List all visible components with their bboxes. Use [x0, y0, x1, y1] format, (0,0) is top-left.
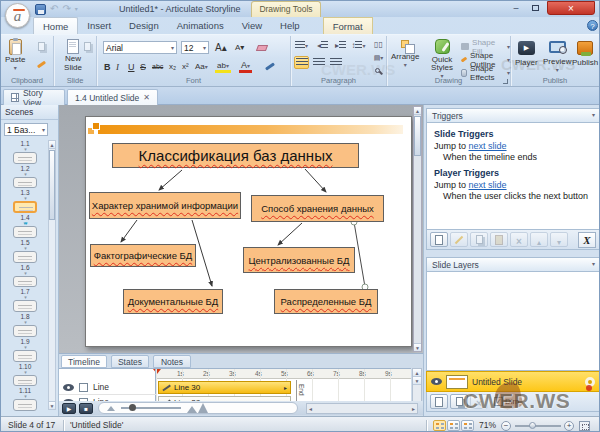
- slide-thumbnail[interactable]: [13, 276, 37, 288]
- player-button[interactable]: ▶ Player: [515, 41, 538, 67]
- ribbon-tab-animations[interactable]: Animations: [168, 17, 233, 34]
- ribbon-tab-view[interactable]: View: [233, 17, 271, 34]
- scrollbar-thumb[interactable]: [414, 116, 421, 156]
- preview-toggle[interactable]: [461, 420, 474, 431]
- slide-view-toggle[interactable]: [447, 420, 460, 431]
- zoom-in-icon[interactable]: [187, 403, 208, 413]
- shape-box-left[interactable]: Характер хранимой информации: [89, 192, 241, 219]
- selected-connector-line[interactable]: [354, 222, 365, 287]
- font-family-select[interactable]: Arial▾: [103, 41, 177, 54]
- help-icon[interactable]: ?: [587, 20, 598, 31]
- story-view-toggle[interactable]: [433, 420, 446, 431]
- eye-icon[interactable]: [431, 378, 442, 385]
- ribbon-tab-format[interactable]: Format: [323, 17, 373, 34]
- publish-button[interactable]: Publish: [572, 41, 598, 67]
- paste-trigger-button[interactable]: [490, 232, 508, 247]
- connector-line[interactable]: [305, 169, 326, 192]
- line-spacing-icon[interactable]: ↕▾: [351, 39, 366, 52]
- scroll-left-icon[interactable]: ◂: [309, 405, 312, 412]
- timeline-tab-timeline[interactable]: Timeline: [61, 355, 107, 368]
- zoom-in-button[interactable]: +: [564, 421, 574, 431]
- zoom-slider-knob[interactable]: [529, 422, 536, 429]
- zoom-slider[interactable]: [121, 407, 181, 409]
- increase-indent-icon[interactable]: ▸: [333, 39, 348, 52]
- redo-icon[interactable]: ↷: [62, 4, 70, 14]
- scroll-right-icon[interactable]: ▸: [412, 405, 415, 412]
- visibility-checkbox[interactable]: [79, 383, 88, 392]
- new-layer-button[interactable]: [430, 394, 448, 409]
- add-trigger-button[interactable]: [430, 232, 448, 247]
- shape-box-doc[interactable]: Документальные БД: [123, 289, 223, 314]
- delete-layer-button[interactable]: [470, 394, 488, 409]
- maximize-button[interactable]: [526, 1, 544, 15]
- zoom-out-button[interactable]: −: [501, 421, 511, 431]
- chevron-down-icon[interactable]: ▾: [24, 271, 26, 276]
- font-size-select[interactable]: 12▾: [181, 41, 209, 54]
- format-painter-icon[interactable]: [34, 58, 49, 71]
- slide-thumbnail[interactable]: [13, 300, 37, 312]
- scenes-scrollbar[interactable]: ▲ ▼: [48, 140, 56, 410]
- bold-button[interactable]: B: [102, 60, 113, 73]
- zoom-slider[interactable]: [515, 425, 561, 427]
- minimize-button[interactable]: –: [507, 1, 525, 15]
- tab-story-view[interactable]: Story View: [3, 89, 65, 105]
- slide-layers-panel-header[interactable]: Slide Layers▾: [426, 257, 600, 272]
- shape-box-distrib[interactable]: Распределенные БД: [274, 289, 378, 314]
- scroll-up-icon[interactable]: ▲: [413, 369, 421, 377]
- close-button[interactable]: ×: [547, 1, 595, 15]
- chevron-down-icon[interactable]: ▾: [24, 370, 26, 375]
- timeline-vertical-scrollbar[interactable]: ▲ ▼: [412, 368, 422, 402]
- bar-handle-icon[interactable]: ▸: [284, 384, 287, 391]
- close-tab-icon[interactable]: ✕: [143, 93, 150, 102]
- font-color-button[interactable]: A▾: [239, 60, 252, 73]
- edit-trigger-button[interactable]: [450, 232, 468, 247]
- align-right-button[interactable]: [328, 56, 343, 69]
- duplicate-slide-icon[interactable]: [80, 40, 95, 53]
- slide-thumbnail[interactable]: [13, 375, 37, 387]
- slide-thumbnail[interactable]: [13, 251, 37, 263]
- move-up-button[interactable]: [530, 232, 548, 247]
- preview-button[interactable]: Preview ▾: [543, 41, 571, 73]
- slide-thumbnail[interactable]: [13, 201, 37, 213]
- next-slide-link[interactable]: next slide: [469, 141, 507, 151]
- fit-to-window-button[interactable]: [579, 421, 590, 431]
- timeline-bar[interactable]: Line 30▸: [158, 381, 291, 394]
- ribbon-tab-design[interactable]: Design: [120, 17, 168, 34]
- subscript-button[interactable]: x₂: [167, 60, 178, 73]
- scroll-down-icon[interactable]: ▼: [49, 401, 55, 409]
- chevron-down-icon[interactable]: ▾: [592, 260, 595, 271]
- ribbon-tab-home[interactable]: Home: [33, 17, 78, 34]
- scene-select[interactable]: 1 Баз...▾: [4, 123, 48, 136]
- connector-line[interactable]: [159, 170, 182, 190]
- zoom-slider-knob[interactable]: [129, 404, 136, 411]
- timeline-tab-states[interactable]: States: [111, 355, 149, 368]
- scroll-down-icon[interactable]: ▼: [413, 377, 421, 385]
- delete-trigger-button[interactable]: [510, 232, 528, 247]
- quick-styles-button[interactable]: Quick Styles ▾: [427, 39, 457, 79]
- slide-thumbnail[interactable]: [13, 399, 37, 411]
- app-logo[interactable]: a: [5, 3, 30, 28]
- timeline-horizontal-scrollbar[interactable]: ◂ ▸: [306, 403, 418, 414]
- zoom-out-icon[interactable]: [107, 406, 115, 411]
- undo-icon[interactable]: ↶: [50, 4, 58, 14]
- chevron-down-icon[interactable]: ▾: [592, 111, 595, 122]
- highlight-color-button[interactable]: ab▾: [215, 60, 231, 73]
- arrange-button[interactable]: Arrange ▾: [391, 40, 419, 68]
- next-slide-link[interactable]: next slide: [469, 180, 507, 190]
- save-icon[interactable]: [35, 4, 46, 15]
- clear-formatting-icon[interactable]: [255, 41, 269, 54]
- copy-trigger-button[interactable]: [470, 232, 488, 247]
- superscript-button[interactable]: x²: [180, 60, 191, 73]
- shape-box-facto[interactable]: Фактографические БД: [90, 244, 196, 267]
- connector-line[interactable]: [121, 220, 137, 242]
- paste-button[interactable]: Paste ▾: [5, 39, 25, 71]
- align-center-button[interactable]: [311, 56, 326, 69]
- tab-current-slide[interactable]: 1.4 Untitled Slide ✕: [67, 89, 158, 105]
- triggers-panel-header[interactable]: Triggers▾: [426, 108, 600, 123]
- grow-font-button[interactable]: A▴: [213, 41, 229, 54]
- shape-box-right[interactable]: Способ хранения данных: [251, 195, 384, 222]
- connector-line[interactable]: [278, 223, 302, 245]
- strike-abc-button[interactable]: abc: [150, 60, 165, 73]
- scrollbar-thumb[interactable]: [49, 150, 55, 220]
- columns-icon[interactable]: ▤▾: [371, 51, 386, 64]
